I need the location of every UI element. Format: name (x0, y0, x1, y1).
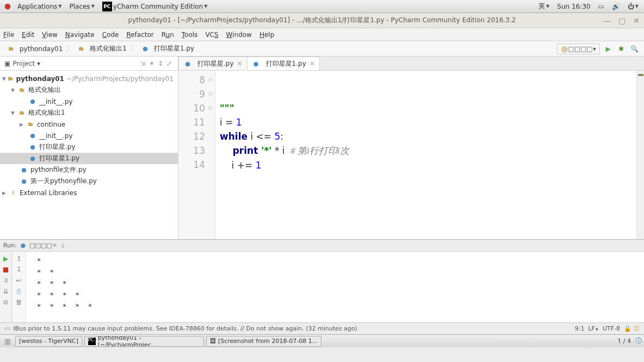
run-tool-window: Run: ● □□□□ ✶ ⤓ ▶ ■ ⏸ ⇊ ⊘ ↥ ↧ ↩ ⎙ 🗑 * * … (0, 239, 644, 322)
display-icon[interactable]: ▭ (596, 3, 606, 10)
console-output[interactable]: * * * * * * * * * * * * * * * (26, 252, 644, 322)
project-tree[interactable]: ▼🖿pythonday01~/PycharmProjects/pythonday… (0, 71, 178, 239)
window-maximize-button[interactable]: ▢ (618, 16, 626, 25)
gnome-taskbar: ▥ [westos - TigerVNC] PCpythonday01 - [~… (0, 334, 644, 347)
volume-icon[interactable]: 🔊 (610, 3, 622, 10)
tree-file-selected[interactable]: ●打印星星1.py (0, 153, 178, 164)
hide-tool-window-icon[interactable]: ⤢ (166, 60, 172, 67)
menu-view[interactable]: View (42, 31, 57, 39)
up-stack-button[interactable]: ↥ (16, 255, 21, 263)
menu-code[interactable]: Code (102, 31, 119, 39)
line-separator[interactable]: LF⬧ (588, 325, 598, 332)
folder-icon: 🖿 (77, 45, 85, 53)
tree-external-libs[interactable]: ▶⫴External Libraries (0, 187, 178, 198)
applications-menu[interactable]: Applications▼ (15, 3, 64, 10)
menu-run[interactable]: Run (162, 31, 174, 39)
clock[interactable]: Sun 16:30 (555, 3, 592, 10)
library-icon: ⫴ (9, 189, 17, 197)
menu-edit[interactable]: Edit (22, 31, 34, 39)
tree-dir[interactable]: ▼🖿格式化输出 (0, 84, 178, 96)
editor-tab[interactable]: ●打印星星.py× (178, 57, 247, 70)
python-file-icon: ● (20, 177, 28, 186)
status-message[interactable]: IBus prior to 1.5.11 may cause input pro… (13, 325, 357, 332)
main-split: ▣ Project ▾ ⇲ ✶ ↕ ⤢ ▼🖿pythonday01~/Pycha… (0, 57, 644, 239)
dump-threads-button[interactable]: ⇊ (3, 288, 8, 295)
rerun-button[interactable]: ▶ (3, 255, 8, 263)
tray-icon[interactable]: ⓘ (635, 336, 642, 346)
tree-file[interactable]: ●打印星星.py (0, 141, 178, 153)
code-content[interactable]: """i = 1while i <= 5: print '*' * i # 第i… (215, 71, 636, 239)
status-rect-icon[interactable]: ▭ (4, 325, 10, 332)
show-desktop-button[interactable]: ▥ (2, 338, 13, 345)
error-stripe[interactable] (636, 71, 644, 239)
editor-tab-active[interactable]: ●打印星星1.py× (247, 57, 320, 70)
taskbar-item[interactable]: 🖼[Screenshot from 2018-07-08 1... (206, 336, 321, 347)
menu-help[interactable]: Help (259, 31, 274, 39)
input-method-indicator[interactable]: 英▼ (536, 2, 552, 11)
stop-button[interactable]: ■ (3, 266, 9, 273)
pause-button[interactable]: ⏸ (3, 277, 9, 284)
gnome-top-bar: Applications▼ Places▼ PC yCharm Communit… (0, 0, 644, 13)
places-menu[interactable]: Places▼ (67, 3, 96, 10)
chevron-right-icon: 〉 (130, 44, 138, 54)
clear-button[interactable]: 🗑 (16, 298, 22, 306)
pycharm-app-menu[interactable]: PC yCharm Community Edition▼ (100, 2, 210, 11)
caret-position[interactable]: 9:1 (575, 325, 585, 332)
taskbar-item[interactable]: PCpythonday01 - [~/PycharmProjec... (84, 336, 204, 347)
window-close-button[interactable]: ✕ (633, 16, 640, 25)
pycharm-icon: PC (88, 338, 96, 345)
window-minimize-button[interactable]: — (603, 16, 611, 25)
python-file-icon: ● (28, 154, 37, 163)
debug-button[interactable]: ✱ (616, 44, 626, 54)
tree-dir[interactable]: ▶🖿continue (0, 118, 178, 130)
menu-tools[interactable]: Tools (182, 31, 198, 39)
tree-root[interactable]: ▼🖿pythonday01~/PycharmProjects/pythonday… (0, 73, 178, 84)
tree-file[interactable]: ●pythonfile文件.py (0, 164, 178, 176)
tree-dir[interactable]: ▼🖿格式化输出1 (0, 107, 178, 118)
breadcrumb-project[interactable]: 🖿pythonday01 (3, 45, 66, 53)
warning-mark-icon (638, 74, 643, 76)
tree-file[interactable]: ●__init__.py (0, 96, 178, 107)
print-button[interactable]: ⎙ (17, 288, 21, 295)
nav-toolbar: 🖿pythonday01 〉 🖿格式化输出1 〉 ●打印星星1.py ⬤ □□□… (0, 41, 644, 57)
menu-navigate[interactable]: Navigate (65, 31, 95, 39)
tree-file[interactable]: ●__init__.py (0, 130, 178, 141)
lock-icon[interactable]: 🔒 (624, 325, 631, 332)
collapse-all-icon[interactable]: ↕ (158, 60, 163, 67)
menu-refactor[interactable]: Refactor (126, 31, 153, 39)
close-tab-icon[interactable]: × (237, 60, 243, 67)
exit-button[interactable]: ⊘ (3, 298, 8, 306)
close-tab-icon[interactable]: × (309, 60, 315, 67)
file-encoding[interactable]: UTF-8 (603, 325, 620, 332)
breadcrumb-folder[interactable]: 🖿格式化输出1 (73, 44, 130, 53)
gear-icon[interactable]: ✶ (149, 60, 154, 67)
menu-vcs[interactable]: VCS (205, 31, 218, 39)
menu-window[interactable]: Window (226, 31, 252, 39)
svg-point-0 (5, 3, 11, 9)
soft-wrap-button[interactable]: ↩ (16, 277, 21, 284)
tree-file[interactable]: ●第一天pythonyfile.py (0, 176, 178, 187)
down-stack-button[interactable]: ↧ (16, 266, 21, 273)
line-number-gutter[interactable]: 891011121314 ⊟⊟⊟ (178, 71, 215, 239)
run-config-selector[interactable]: ⬤ □□□□ ▾ (557, 43, 600, 54)
python-icon: ● (18, 241, 27, 250)
power-icon[interactable]: ⏻ ▼ (626, 3, 641, 10)
ide-statusbar: ▭ IBus prior to 1.5.11 may cause input p… (0, 322, 644, 334)
run-button[interactable]: ▶ (603, 44, 613, 54)
window-title: pythonday01 - [~/PycharmProjects/pythond… (128, 16, 516, 25)
hector-icon[interactable]: ☺ (634, 325, 640, 332)
workspace-switcher[interactable]: 1 / 4 (617, 338, 631, 345)
hide-icon[interactable]: ⤓ (60, 242, 65, 249)
gear-icon[interactable]: ✶ (52, 242, 57, 249)
project-view-selector[interactable]: ▣ Project ▾ (4, 60, 40, 67)
python-file-icon: ● (141, 45, 150, 53)
taskbar-item[interactable]: [westos - TigerVNC] (15, 336, 82, 347)
code-editor[interactable]: 891011121314 ⊟⊟⊟ """i = 1while i <= 5: p… (178, 71, 644, 239)
autoscroll-to-source-icon[interactable]: ⇲ (140, 60, 146, 67)
menu-file[interactable]: File (3, 31, 14, 39)
breadcrumb-file[interactable]: ●打印星星1.py (138, 44, 197, 53)
search-everywhere-button[interactable]: 🔍 (629, 44, 639, 54)
python-file-icon: ● (183, 59, 192, 68)
python-file-icon: ● (28, 132, 37, 140)
run-config-name: □□□□ (29, 242, 52, 249)
